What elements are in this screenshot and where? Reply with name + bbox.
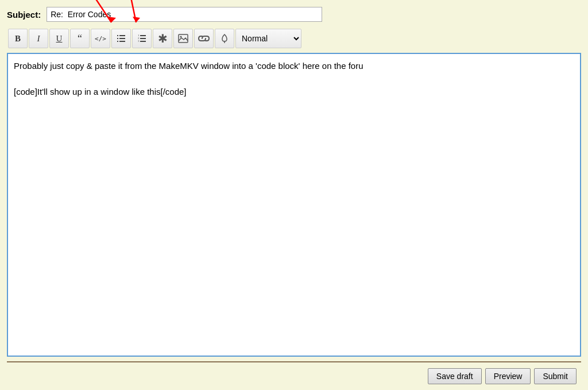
svg-rect-6 [119, 41, 125, 42]
svg-rect-9 [117, 41, 118, 42]
svg-rect-8 [117, 38, 118, 39]
color-icon [219, 33, 230, 44]
code-button[interactable]: </> [91, 29, 110, 48]
list-ordered-icon: 1 2 3 [137, 33, 147, 44]
color-button[interactable] [215, 29, 234, 48]
bold-button[interactable]: B [8, 29, 28, 48]
image-icon [178, 34, 188, 43]
bullet-button[interactable]: ✱ [153, 29, 172, 48]
svg-text:3: 3 [138, 40, 140, 43]
underline-button[interactable]: U [49, 29, 69, 48]
page-container: Subject: B I U “ </> [0, 0, 588, 390]
subject-row: Subject: [7, 7, 581, 22]
subject-input[interactable] [47, 7, 322, 22]
svg-rect-12 [140, 41, 146, 42]
link-button[interactable] [194, 29, 214, 48]
toolbar: B I U “ </> [7, 26, 581, 51]
unordered-list-button[interactable] [111, 29, 131, 48]
editor-textarea[interactable]: Probably just copy & paste it from the M… [8, 54, 580, 356]
save-draft-button[interactable]: Save draft [428, 368, 482, 384]
toolbar-area: B I U “ </> [7, 26, 581, 51]
blockquote-button[interactable]: “ [70, 29, 90, 48]
svg-rect-10 [140, 35, 146, 36]
svg-rect-4 [119, 35, 125, 36]
subject-label: Subject: [7, 10, 41, 20]
preview-button[interactable]: Preview [485, 368, 531, 384]
italic-button[interactable]: I [29, 29, 48, 48]
bottom-bar: Save draft Preview Submit [7, 362, 581, 390]
svg-rect-11 [140, 38, 146, 39]
format-select[interactable]: Normal Heading 1 Heading 2 Heading 3 Pre… [235, 29, 301, 48]
svg-point-17 [180, 36, 182, 38]
ordered-list-button[interactable]: 1 2 3 [132, 29, 152, 48]
svg-rect-5 [119, 38, 125, 39]
svg-rect-7 [117, 35, 118, 36]
submit-button[interactable]: Submit [534, 368, 577, 384]
image-button[interactable] [173, 29, 193, 48]
link-icon [198, 34, 210, 43]
editor-container: Probably just copy & paste it from the M… [7, 53, 581, 357]
list-unordered-icon [116, 33, 126, 44]
